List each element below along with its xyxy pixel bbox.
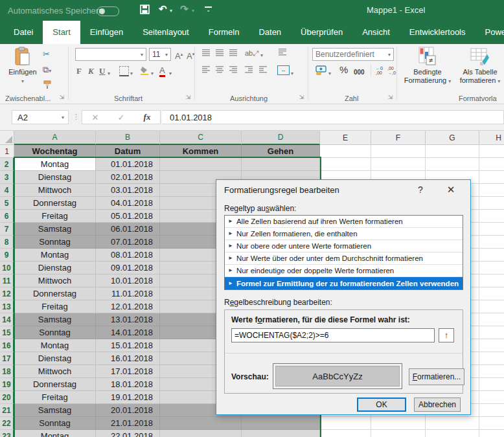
column-header-H[interactable]: H — [479, 131, 504, 145]
column-header-D[interactable]: D — [242, 131, 320, 145]
collapse-dialog-icon[interactable]: ↑ — [439, 328, 454, 342]
borders-icon[interactable] — [119, 66, 129, 76]
decrease-decimal-icon[interactable]: ,00→,0 — [387, 66, 396, 75]
grow-font-icon[interactable]: A▴ — [175, 49, 183, 62]
gehen-cell[interactable] — [242, 430, 320, 437]
day-cell[interactable]: Samstag — [14, 404, 96, 417]
row-header-11[interactable]: 11 — [0, 275, 14, 287]
autosave-toggle[interactable] — [97, 6, 119, 16]
empty-cell[interactable] — [426, 417, 479, 430]
merge-dropdown-icon[interactable]: ▾ — [291, 69, 293, 79]
tab-entwicklertools[interactable]: Entwicklertools — [400, 21, 475, 44]
redo-icon[interactable]: ↷ — [180, 4, 189, 14]
date-cell[interactable]: 02.01.2018 — [96, 171, 160, 184]
empty-cell[interactable] — [479, 171, 504, 184]
rule-type-item[interactable]: ►Alle Zellen basierend auf ihren Werten … — [225, 216, 463, 228]
date-cell[interactable]: 16.01.2018 — [96, 352, 160, 365]
row-header-20[interactable]: 20 — [0, 391, 14, 404]
alignment-dialog-launcher[interactable]: ⇲ — [298, 94, 305, 101]
date-cell[interactable]: 14.01.2018 — [96, 326, 160, 339]
align-right-icon[interactable] — [229, 66, 238, 76]
row-header-1[interactable]: 1 — [0, 145, 14, 158]
row-header-5[interactable]: 5 — [0, 197, 14, 210]
row-header-10[interactable]: 10 — [0, 262, 14, 275]
empty-cell[interactable] — [479, 404, 504, 417]
empty-cell[interactable] — [479, 275, 504, 287]
ok-button[interactable]: OK — [357, 398, 406, 412]
row-header-23[interactable]: 23 — [0, 430, 14, 437]
date-cell[interactable]: 07.01.2018 — [96, 236, 160, 249]
day-cell[interactable]: Sonntag — [14, 417, 96, 430]
rule-type-item[interactable]: ►Formel zur Ermittlung der zu formatiere… — [225, 277, 463, 289]
rule-type-item[interactable]: ►Nur eindeutige oder doppelte Werte form… — [225, 265, 463, 277]
kommen-cell[interactable] — [160, 417, 242, 430]
tab-daten[interactable]: Daten — [249, 21, 291, 44]
tab-power-pivot[interactable]: Power Pivot — [475, 21, 504, 44]
day-cell[interactable]: Mittwoch — [14, 275, 96, 287]
empty-cell[interactable] — [479, 145, 504, 158]
formula-bar-splitter[interactable]: ⋮ — [73, 113, 80, 121]
day-cell[interactable]: Donnerstag — [14, 287, 96, 300]
row-header-6[interactable]: 6 — [0, 210, 14, 223]
day-cell[interactable]: Samstag — [14, 313, 96, 326]
italic-button[interactable]: K — [88, 66, 94, 76]
empty-cell[interactable] — [479, 378, 504, 391]
underline-dropdown-icon[interactable]: ▾ — [108, 69, 110, 79]
date-cell[interactable]: 21.01.2018 — [96, 417, 160, 430]
date-cell[interactable]: 09.01.2018 — [96, 262, 160, 275]
tab-ansicht[interactable]: Ansicht — [352, 21, 400, 44]
tab-überprüfen[interactable]: Überprüfen — [291, 21, 352, 44]
rule-type-item[interactable]: ►Nur Zellen formatieren, die enthalten — [225, 228, 463, 240]
empty-cell[interactable] — [479, 262, 504, 275]
font-color-icon[interactable]: A — [159, 65, 165, 76]
empty-cell[interactable] — [371, 417, 426, 430]
row-header-15[interactable]: 15 — [0, 326, 14, 339]
date-cell[interactable]: 10.01.2018 — [96, 275, 160, 287]
save-icon[interactable] — [140, 5, 150, 16]
cancel-button[interactable]: Abbrechen — [414, 398, 461, 412]
format-button[interactable]: Formatieren... — [409, 368, 464, 385]
borders-dropdown-icon[interactable]: ▾ — [130, 69, 133, 79]
date-cell[interactable]: 05.01.2018 — [96, 210, 160, 223]
row-header-22[interactable]: 22 — [0, 417, 14, 430]
tab-seitenlayout[interactable]: Seitenlayout — [133, 21, 199, 44]
empty-cell[interactable] — [479, 326, 504, 339]
date-cell[interactable]: 20.01.2018 — [96, 404, 160, 417]
number-format-combo[interactable]: Benutzerdefiniert▾ — [312, 48, 394, 61]
empty-cell[interactable] — [426, 158, 479, 171]
date-cell[interactable]: 12.01.2018 — [96, 300, 160, 313]
empty-cell[interactable] — [371, 430, 426, 437]
font-size-combo[interactable]: 11▾ — [149, 48, 171, 61]
empty-cell[interactable] — [479, 339, 504, 352]
empty-cell[interactable] — [479, 287, 504, 300]
row-header-4[interactable]: 4 — [0, 184, 14, 197]
confirm-entry-icon[interactable]: ✓ — [118, 113, 125, 122]
fill-color-icon[interactable] — [140, 66, 150, 78]
column-header-B[interactable]: B — [96, 131, 160, 145]
day-cell[interactable]: Montag — [14, 249, 96, 262]
date-cell[interactable]: 01.01.2018 — [96, 158, 160, 171]
date-cell[interactable]: 18.01.2018 — [96, 378, 160, 391]
row-header-2[interactable]: 2 — [0, 158, 14, 171]
conditional-formatting-button[interactable]: ≠ Bedingte Formatierung ▾ — [399, 47, 456, 85]
font-name-combo[interactable]: ▾ — [75, 48, 146, 61]
fill-color-dropdown-icon[interactable]: ▾ — [151, 69, 154, 79]
column-header-E[interactable]: E — [320, 131, 371, 145]
empty-cell[interactable] — [320, 430, 371, 437]
empty-cell[interactable] — [371, 158, 426, 171]
kommen-cell[interactable] — [160, 430, 242, 437]
empty-cell[interactable] — [479, 300, 504, 313]
tab-formeln[interactable]: Formeln — [199, 21, 249, 44]
undo-icon[interactable]: ↶ — [159, 4, 167, 14]
copy-icon[interactable]: ⧉▾ — [43, 65, 51, 76]
font-dialog-launcher[interactable]: ⇲ — [185, 94, 192, 101]
column-header-F[interactable]: F — [371, 131, 426, 145]
day-cell[interactable]: Montag — [14, 339, 96, 352]
customize-qat-icon[interactable]: ⌄ — [205, 6, 212, 14]
redo-dropdown-icon[interactable]: ▾ — [192, 8, 194, 14]
gehen-cell[interactable] — [242, 417, 320, 430]
align-top-icon[interactable] — [202, 49, 211, 60]
empty-cell[interactable] — [479, 223, 504, 236]
cancel-entry-icon[interactable]: ✕ — [92, 113, 99, 122]
empty-cell[interactable] — [479, 249, 504, 262]
